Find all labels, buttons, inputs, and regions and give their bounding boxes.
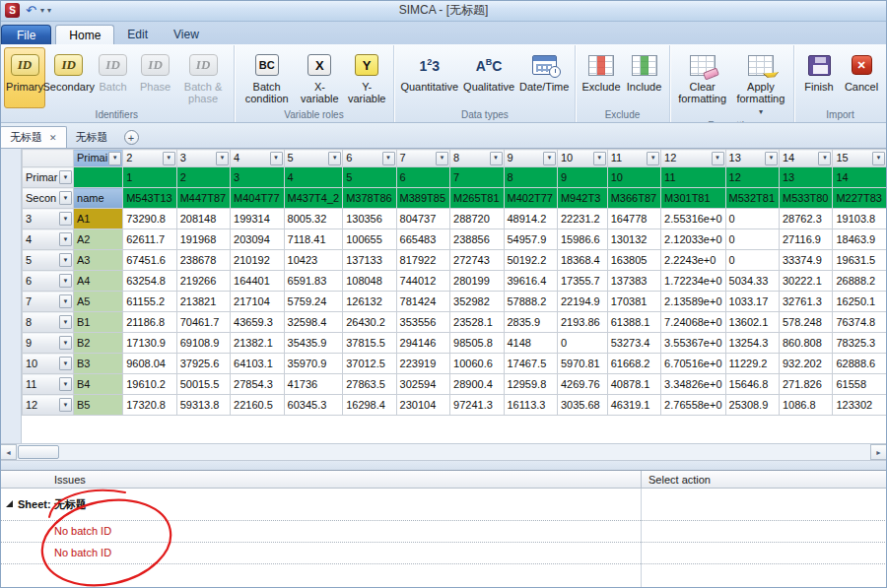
row-header[interactable]: Secon▼ [23, 188, 74, 209]
grid-cell[interactable]: 53273.4 [607, 333, 660, 354]
row-label-cell[interactable]: B3 [74, 354, 123, 374]
grid-cell[interactable]: M533T80 [779, 188, 832, 209]
grid-cell[interactable]: 97241.3 [450, 395, 504, 416]
grid-cell[interactable]: 19103.8 [833, 209, 887, 229]
grid-cell[interactable]: 0 [725, 229, 779, 250]
grid-cell[interactable]: 28762.3 [779, 209, 832, 229]
grid-cell[interactable]: 4269.76 [557, 374, 607, 395]
grid-cell[interactable]: 219266 [176, 271, 230, 292]
grid-cell[interactable]: 665483 [396, 229, 449, 250]
grid-cell[interactable]: 40878.1 [607, 374, 660, 395]
grid-cell[interactable]: 16298.4 [343, 395, 396, 416]
grid-cell[interactable]: 60345.3 [284, 395, 343, 416]
grid-cell[interactable]: M378T86 [343, 188, 396, 209]
undo-dropdown-icon[interactable]: ▾ [40, 6, 44, 15]
grid-cell[interactable]: 62611.7 [123, 229, 176, 250]
row-label-cell[interactable] [74, 167, 123, 188]
grid-cell[interactable]: 302594 [396, 374, 449, 395]
grid-cell[interactable]: 288720 [450, 209, 504, 229]
grid-cell[interactable]: 32598.4 [284, 312, 343, 333]
close-tab-icon[interactable]: ✕ [49, 133, 57, 143]
grid-cell[interactable]: 78325.3 [833, 333, 887, 354]
column-dropdown-icon[interactable]: ▼ [818, 152, 831, 165]
grid-cell[interactable]: 17355.7 [557, 271, 607, 292]
grid-cell[interactable]: 69108.9 [176, 333, 230, 354]
row-dropdown-icon[interactable]: ▼ [59, 253, 72, 267]
column-dropdown-icon[interactable]: ▼ [216, 152, 229, 165]
grid-cell[interactable]: 208148 [176, 209, 230, 229]
column-header[interactable]: 6▼ [343, 150, 396, 167]
grid-cell[interactable]: 57888.2 [504, 292, 557, 312]
row-header[interactable]: 8▼ [23, 312, 74, 333]
grid-cell[interactable]: 210192 [231, 250, 284, 271]
grid-cell[interactable]: 6 [396, 167, 449, 188]
grid-cell[interactable]: 67451.6 [123, 250, 176, 271]
grid-cell[interactable]: M532T81 [725, 188, 779, 209]
row-header[interactable]: 10▼ [23, 354, 74, 374]
row-dropdown-icon[interactable]: ▼ [59, 357, 72, 370]
column-dropdown-icon[interactable]: ▼ [647, 152, 659, 165]
grid-cell[interactable]: 294146 [396, 333, 449, 354]
grid-cell[interactable]: 271.826 [779, 374, 832, 395]
grid-cell[interactable]: 137383 [607, 271, 660, 292]
column-dropdown-icon[interactable]: ▼ [712, 152, 724, 165]
grid-cell[interactable]: 18463.9 [833, 229, 887, 250]
grid-cell[interactable]: 18368.4 [557, 250, 607, 271]
row-label-cell[interactable]: B5 [74, 395, 123, 416]
y-variable-button[interactable]: YY-variable [344, 47, 389, 108]
grid-cell[interactable]: 223919 [396, 354, 449, 374]
grid-cell[interactable]: 578.248 [779, 312, 832, 333]
grid-cell[interactable]: 41736 [284, 374, 343, 395]
grid-cell[interactable]: M404T77 [231, 188, 284, 209]
grid-cell[interactable]: 11 [661, 167, 725, 188]
row-header[interactable]: 3▼ [23, 209, 74, 229]
grid-cell[interactable]: 27854.3 [231, 374, 284, 395]
tab-file[interactable]: File [1, 25, 51, 44]
grid-cell[interactable]: 2193.86 [557, 312, 607, 333]
column-dropdown-icon[interactable]: ▼ [163, 152, 175, 165]
grid-cell[interactable]: 199314 [231, 209, 284, 229]
grid-cell[interactable]: 3.34826e+0 [661, 374, 725, 395]
grid-cell[interactable]: 5759.24 [284, 292, 343, 312]
grid-cell[interactable]: 2.2243e+0 [661, 250, 725, 271]
column-header[interactable]: 4▼ [231, 150, 284, 167]
column-dropdown-icon[interactable]: ▼ [270, 152, 283, 165]
horizontal-scrollbar[interactable]: ◄ ► [0, 443, 887, 460]
grid-cell[interactable]: 26430.2 [343, 312, 396, 333]
grid-cell[interactable]: 5034.33 [725, 271, 779, 292]
secondary-button[interactable]: IDSecondary [46, 47, 92, 108]
column-header[interactable]: 10▼ [557, 150, 607, 167]
grid-cell[interactable]: 33374.9 [779, 250, 832, 271]
grid-cell[interactable]: M402T77 [504, 188, 557, 209]
exclude-button[interactable]: Exclude [580, 47, 622, 108]
scrollbar-thumb[interactable] [18, 445, 59, 459]
grid-cell[interactable]: 10423 [284, 250, 343, 271]
undo-icon[interactable]: ↶ [25, 4, 37, 18]
column-header[interactable]: 8▼ [450, 150, 504, 167]
column-dropdown-icon[interactable]: ▼ [593, 152, 606, 165]
grid-cell[interactable]: 108048 [343, 271, 396, 292]
column-dropdown-icon[interactable]: ▼ [328, 152, 341, 165]
grid-cell[interactable]: 63254.8 [123, 271, 176, 292]
column-dropdown-icon[interactable]: ▼ [490, 152, 503, 165]
tab-view[interactable]: View [161, 25, 212, 44]
grid-cell[interactable]: 352982 [450, 292, 504, 312]
row-dropdown-icon[interactable]: ▼ [59, 274, 72, 288]
row-header[interactable]: 11▼ [23, 374, 74, 395]
grid-cell[interactable]: 22160.5 [231, 395, 284, 416]
grid-cell[interactable]: M543T13 [123, 188, 176, 209]
grid-cell[interactable]: 15646.8 [725, 374, 779, 395]
grid-cell[interactable]: 11229.2 [725, 354, 779, 374]
grid-cell[interactable]: 100655 [343, 229, 396, 250]
grid-cell[interactable]: 48914.2 [504, 209, 557, 229]
apply-formatting-button[interactable]: Apply formatting ▾ [732, 47, 789, 119]
column-header[interactable]: 15▼ [833, 150, 887, 167]
column-dropdown-icon[interactable]: ▼ [382, 152, 395, 165]
grid-cell[interactable]: 6.70516e+0 [661, 354, 725, 374]
grid-cell[interactable]: 46319.1 [607, 395, 660, 416]
add-sheet-button[interactable]: + [124, 130, 139, 145]
grid-cell[interactable]: 4148 [504, 333, 557, 354]
grid-cell[interactable]: 25308.9 [725, 395, 779, 416]
grid-cell[interactable]: 27116.9 [779, 229, 832, 250]
grid-cell[interactable]: 170381 [607, 292, 660, 312]
